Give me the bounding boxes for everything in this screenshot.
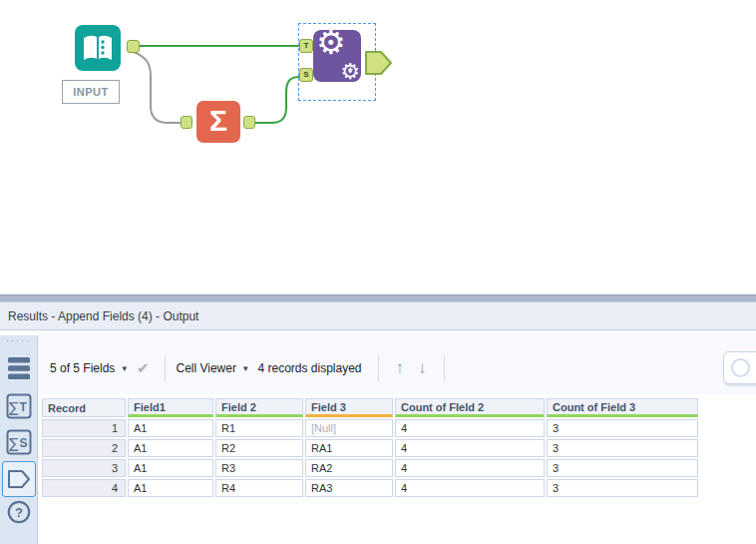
data-cell[interactable]: A1 (128, 419, 213, 437)
input-data-tool[interactable] (75, 25, 121, 71)
svg-text:?: ? (15, 505, 23, 520)
column-header-field2[interactable]: Field 2 (215, 398, 303, 417)
data-cell[interactable]: 3 (547, 459, 698, 477)
cell-viewer-dropdown[interactable]: Cell Viewer (176, 361, 235, 375)
wire-input-to-summarize[interactable] (134, 52, 181, 123)
record-number-cell[interactable]: 2 (42, 439, 126, 457)
append-fields-tool[interactable]: ⚙ ⚙ + (313, 30, 361, 82)
data-cell[interactable]: 4 (395, 439, 545, 457)
sidebar-grip-handle[interactable]: ····· (0, 337, 37, 343)
summarize-input-anchor[interactable] (181, 116, 192, 129)
sidebar-item-input-s[interactable]: ∑ S (6, 429, 32, 455)
results-data-grid: Record Field1 Field 2 Field 3 Count of F… (40, 396, 700, 499)
table-rows-icon (6, 355, 32, 381)
sidebar-item-help[interactable]: ? (6, 499, 32, 525)
data-cell[interactable]: 3 (547, 479, 698, 497)
column-header-count-field3[interactable]: Count of Field 3 (547, 398, 698, 417)
table-row: 3 A1 R3 RA2 4 3 (42, 459, 698, 477)
sidebar-item-table-view[interactable] (6, 355, 32, 381)
data-cell[interactable]: RA2 (305, 459, 393, 477)
results-panel-body: ····· ∑ T ∑ S (0, 330, 756, 544)
data-cell[interactable]: A1 (128, 439, 213, 457)
summarize-tool[interactable]: Σ (196, 101, 240, 143)
input-tool-annotation[interactable]: INPUT (62, 80, 120, 104)
data-cell-null[interactable]: [Null] (305, 419, 393, 437)
results-sidebar: ····· ∑ T ∑ S (0, 335, 38, 544)
record-number-cell[interactable]: 1 (42, 419, 126, 437)
fields-dropdown[interactable]: 5 of 5 Fields (50, 361, 115, 375)
sidebar-item-output[interactable] (6, 466, 32, 492)
table-row: 1 A1 R1 [Null] 4 3 (42, 419, 698, 437)
gear-icon: ⚙ (316, 26, 346, 59)
input-t-anchor-icon: ∑ T (6, 393, 32, 419)
sigma-icon: Σ (209, 106, 227, 136)
scroll-up-icon[interactable]: ↑ (396, 358, 405, 378)
output-anchor-icon (6, 466, 32, 492)
input-s-anchor-icon: ∑ S (6, 429, 32, 455)
table-row: 2 A1 R2 RA1 4 3 (42, 439, 698, 457)
append-source-anchor[interactable]: S (299, 68, 313, 82)
help-icon: ? (6, 498, 32, 526)
results-panel-title: Results - Append Fields (4) - Output (8, 309, 198, 323)
svg-text:T: T (20, 400, 28, 414)
data-cell[interactable]: 4 (395, 459, 545, 477)
table-row: 4 A1 R4 RA3 4 3 (42, 479, 698, 497)
chevron-down-icon[interactable]: ▾ (243, 363, 248, 373)
svg-text:∑: ∑ (9, 435, 19, 451)
workflow-canvas[interactable]: INPUT Σ ⚙ ⚙ + T S (0, 0, 756, 294)
chevron-down-icon[interactable]: ▾ (122, 363, 127, 373)
column-header-field1[interactable]: Field1 (128, 398, 213, 417)
record-number-cell[interactable]: 4 (42, 479, 126, 497)
open-book-icon (80, 30, 116, 66)
column-header-field3[interactable]: Field 3 (305, 398, 393, 417)
scroll-down-icon[interactable]: ↓ (418, 358, 427, 378)
data-cell[interactable]: RA3 (305, 479, 393, 497)
data-cell[interactable]: A1 (128, 459, 213, 477)
data-cell[interactable]: 4 (395, 419, 545, 437)
data-cell[interactable]: 3 (547, 439, 698, 457)
results-toolbar: 5 of 5 Fields ▾ ✔ Cell Viewer ▾ 4 record… (38, 350, 756, 386)
results-panel-header: Results - Append Fields (4) - Output (0, 302, 756, 330)
toolbar-divider (444, 355, 445, 381)
append-target-anchor[interactable]: T (299, 39, 313, 53)
toolbar-divider (165, 355, 166, 381)
search-input[interactable] (723, 351, 756, 384)
record-number-cell[interactable]: 3 (42, 459, 126, 477)
data-cell[interactable]: A1 (128, 479, 213, 497)
search-icon (731, 358, 750, 377)
summarize-output-anchor[interactable] (243, 116, 255, 129)
input-output-anchor[interactable] (127, 40, 140, 53)
column-header-record[interactable]: Record (42, 398, 126, 417)
records-displayed-label: 4 records displayed (257, 361, 361, 375)
app-window: INPUT Σ ⚙ ⚙ + T S Results - Append Field… (0, 0, 756, 544)
svg-text:S: S (20, 436, 28, 450)
svg-text:∑: ∑ (9, 399, 19, 415)
grid-header-row: Record Field1 Field 2 Field 3 Count of F… (42, 398, 698, 417)
sidebar-item-input-t[interactable]: ∑ T (6, 393, 32, 419)
data-cell[interactable]: 4 (395, 479, 545, 497)
data-cell[interactable]: R3 (215, 459, 303, 477)
data-cell[interactable]: RA1 (305, 439, 393, 457)
toolbar-divider (378, 355, 379, 381)
apply-check-icon[interactable]: ✔ (137, 359, 150, 377)
column-header-count-field2[interactable]: Count of FIeld 2 (395, 398, 545, 417)
data-cell[interactable]: 3 (547, 419, 698, 437)
append-output-anchor[interactable] (365, 50, 393, 80)
wire-summarize-to-s[interactable] (255, 77, 299, 123)
data-cell[interactable]: R1 (215, 419, 303, 437)
data-cell[interactable]: R2 (215, 439, 303, 457)
plus-icon: + (348, 66, 353, 75)
data-cell[interactable]: R4 (215, 479, 303, 497)
panel-splitter[interactable] (0, 294, 756, 302)
